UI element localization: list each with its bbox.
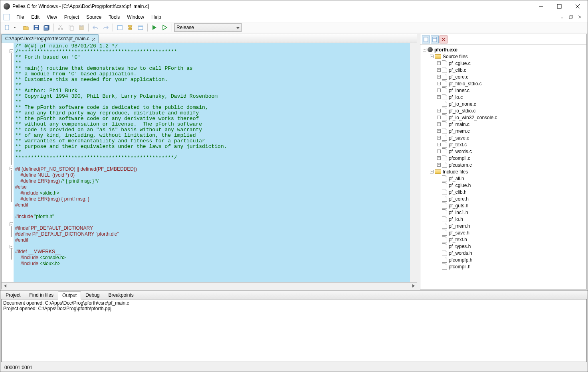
config-combo[interactable]: Release [174, 23, 242, 32]
tree-expand-toggle[interactable]: + [437, 89, 441, 92]
toggle-output-button[interactable] [126, 23, 135, 32]
menu-edit[interactable]: Edit [28, 14, 43, 21]
project-file[interactable]: +pf_fileio_stdio.c [420, 80, 586, 87]
tree-expand-toggle[interactable]: + [437, 95, 441, 99]
project-file[interactable]: pf_clib.h [420, 189, 586, 195]
project-file[interactable]: +pf_io.c [420, 94, 586, 100]
tab-close-icon[interactable] [92, 37, 96, 41]
project-file[interactable]: +pf_cglue.c [420, 60, 586, 67]
redo-button[interactable] [101, 23, 110, 32]
editor-tab-active[interactable]: C:\Apps\Doc\Prog\pforth\csrc\pf_main.c [2, 34, 99, 43]
code-editor[interactable]: /* @(#) pf_main.c 98/01/26 1.2 */ /*****… [14, 43, 410, 282]
project-file[interactable]: pf_guts.h [420, 202, 586, 209]
mdi-close-button[interactable] [576, 14, 584, 21]
project-file[interactable]: pf_io_none.c [420, 100, 586, 107]
project-file[interactable]: +pf_core.c [420, 73, 586, 80]
tree-expand-toggle[interactable]: + [437, 150, 441, 153]
toggle-project-button[interactable] [115, 23, 124, 32]
output-panel[interactable]: Document opened: C:\Apps\Doc\Prog\pforth… [1, 299, 587, 362]
menu-source[interactable]: Source [83, 14, 105, 21]
copy-button[interactable] [67, 23, 75, 32]
project-file[interactable]: +pf_main.c [420, 121, 586, 128]
tree-expand-toggle[interactable]: + [437, 143, 441, 146]
undo-button[interactable] [91, 23, 100, 32]
scroll-left-icon[interactable] [2, 283, 8, 289]
save-button[interactable] [32, 23, 41, 32]
new-file-dropdown[interactable] [13, 23, 16, 32]
mdi-minimize-button[interactable] [558, 14, 567, 21]
tree-expand-toggle[interactable]: + [437, 136, 441, 140]
project-folder[interactable]: −Include files [420, 168, 586, 175]
bottom-tab-project[interactable]: Project [1, 291, 25, 299]
project-file[interactable]: +pf_save.c [420, 134, 586, 141]
project-root[interactable]: −pforth.exe [420, 46, 586, 53]
save-all-button[interactable] [42, 23, 51, 32]
project-file[interactable]: pf_core.h [420, 195, 586, 202]
menu-project[interactable]: Project [61, 14, 82, 21]
editor-hscrollbar[interactable] [2, 282, 417, 289]
fold-toggle[interactable]: − [10, 49, 13, 53]
project-file[interactable]: pf_io.h [420, 216, 586, 222]
tree-expand-toggle[interactable]: − [423, 48, 426, 51]
menu-help[interactable]: Help [148, 14, 164, 21]
scroll-right-icon[interactable] [410, 283, 417, 289]
project-file[interactable]: +pf_io_stdio.c [420, 107, 586, 114]
bottom-tab-find-in-files[interactable]: Find in files [25, 291, 58, 299]
project-tree-viewport[interactable]: −pforth.exe−Source files+pf_cglue.c+pf_c… [420, 46, 586, 289]
minimize-button[interactable] [532, 0, 550, 12]
menu-file[interactable]: File [13, 14, 27, 21]
project-file[interactable]: pf_inc1.h [420, 209, 586, 216]
tree-expand-toggle[interactable]: + [437, 129, 441, 133]
tree-expand-toggle[interactable]: + [437, 116, 441, 119]
tree-expand-toggle[interactable]: − [430, 170, 434, 173]
project-folder[interactable]: −Source files [420, 53, 586, 60]
fold-toggle[interactable]: − [10, 245, 13, 248]
project-file[interactable]: +pf_io_win32_console.c [420, 114, 586, 121]
tree-expand-toggle[interactable]: − [430, 55, 434, 58]
bottom-tab-debug[interactable]: Debug [81, 291, 104, 299]
project-file[interactable]: +pf_words.c [420, 148, 586, 155]
cut-button[interactable] [56, 23, 65, 32]
project-file[interactable]: +pf_text.c [420, 141, 586, 148]
project-view-tree-button[interactable] [431, 35, 439, 43]
tree-expand-toggle[interactable]: + [437, 163, 441, 167]
tree-expand-toggle[interactable]: + [437, 122, 441, 126]
project-file[interactable]: pf_types.h [420, 243, 586, 250]
bottom-tab-output[interactable]: Output [58, 291, 81, 299]
project-file[interactable]: pf_save.h [420, 229, 586, 236]
project-file[interactable]: pf_cglue.h [420, 182, 586, 189]
project-file[interactable]: +pf_mem.c [420, 128, 586, 134]
debug-button[interactable] [160, 23, 169, 32]
fold-gutter[interactable]: − − − − [2, 43, 14, 282]
project-file[interactable]: +pf_inner.c [420, 87, 586, 94]
maximize-button[interactable] [550, 0, 568, 12]
open-button[interactable] [22, 23, 30, 32]
bottom-tab-breakpoints[interactable]: Breakpoints [104, 291, 138, 299]
tree-expand-toggle[interactable]: + [437, 109, 441, 112]
project-file[interactable]: +pf_clib.c [420, 67, 586, 73]
menu-view[interactable]: View [44, 14, 60, 21]
project-file[interactable]: +pfcustom.c [420, 161, 586, 168]
fold-toggle[interactable]: − [10, 222, 13, 226]
project-file[interactable]: +pfcompil.c [420, 155, 586, 161]
project-file[interactable]: pf_words.h [420, 250, 586, 256]
project-view-files-button[interactable] [422, 35, 430, 43]
tree-expand-toggle[interactable]: + [437, 61, 441, 65]
tree-expand-toggle[interactable]: + [437, 75, 441, 79]
project-file[interactable]: pf_mem.h [420, 222, 586, 229]
tree-expand-toggle[interactable]: + [437, 156, 441, 160]
project-file[interactable]: pf_all.h [420, 175, 586, 182]
tree-expand-toggle[interactable]: + [437, 82, 441, 85]
fold-toggle[interactable]: − [10, 167, 13, 170]
project-file[interactable]: pf_text.h [420, 236, 586, 243]
run-button[interactable] [150, 23, 159, 32]
close-button[interactable] [568, 0, 587, 12]
editor-vscrollbar[interactable] [410, 43, 417, 282]
mdi-restore-button[interactable] [567, 14, 576, 21]
menu-tools[interactable]: Tools [105, 14, 123, 21]
project-close-button[interactable] [440, 35, 447, 43]
menu-window[interactable]: Window [124, 14, 147, 21]
paste-button[interactable] [77, 23, 86, 32]
tree-expand-toggle[interactable]: + [437, 68, 441, 72]
new-file-button[interactable] [3, 23, 12, 32]
